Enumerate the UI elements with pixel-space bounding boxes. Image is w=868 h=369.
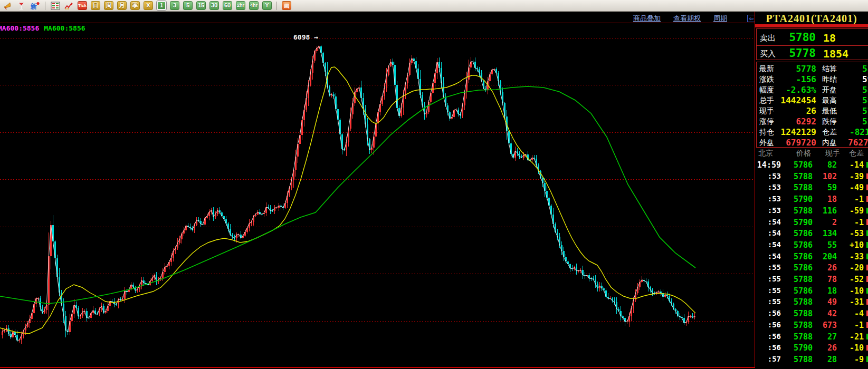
tick-time: :54: [768, 240, 781, 249]
price-value: 5778: [789, 47, 816, 60]
chart-top-links: 商品叠加查看期权周期⇦⇨◫: [633, 14, 773, 23]
stats-row: 总手1442454最高58: [757, 95, 868, 106]
period-year[interactable]: Y: [262, 1, 272, 10]
tick-row[interactable]: :56578827-21: [755, 332, 868, 342]
stats-row: 涨停6292跌停55: [757, 116, 868, 127]
tick-price: 5788: [794, 321, 813, 330]
tick-row[interactable]: :55578626-20: [755, 263, 868, 273]
tick-time: :55: [768, 286, 781, 295]
tick-time: :55: [768, 297, 781, 306]
tick-price: 5788: [794, 297, 813, 307]
tick-price: 5788: [794, 183, 813, 192]
filter-icon[interactable]: [16, 1, 26, 11]
stat-value: 59: [862, 74, 868, 84]
tick-row[interactable]: :55578878-52: [755, 274, 868, 285]
tick-time: 14:59: [757, 160, 781, 170]
ma-label-0: MA600:5856: [0, 24, 39, 32]
stats-row: 涨跌-156昨结59: [757, 74, 868, 85]
tick-volume: 18: [827, 195, 837, 204]
ask-row[interactable]: 卖出578018: [757, 31, 868, 45]
prev-contract-icon[interactable]: ⇦: [747, 15, 755, 22]
tick-price: 5790: [794, 218, 813, 227]
link-view-options[interactable]: 查看期权: [673, 14, 701, 23]
period-1min[interactable]: 1: [157, 1, 166, 10]
tick-volume: 55: [827, 240, 837, 250]
bid-row[interactable]: 买入57781854: [757, 46, 868, 61]
toolbar-separator: [276, 2, 277, 10]
tick-row[interactable]: :55578849-31: [755, 297, 868, 307]
trend-chart-icon[interactable]: [64, 1, 74, 11]
tick-volume: 2: [832, 218, 837, 227]
stat-value: 55: [862, 116, 868, 127]
stat-value: 679720: [780, 138, 816, 148]
tick-row[interactable]: 14:59578682-14: [755, 160, 868, 170]
link-period-menu[interactable]: 周期: [713, 14, 727, 23]
tick-price: 5786: [794, 263, 813, 273]
tick-oi-diff: -14: [850, 160, 864, 170]
tick-row[interactable]: :535788102-39: [755, 171, 868, 182]
period-day[interactable]: 日: [91, 1, 100, 10]
quote-board-icon[interactable]: [50, 1, 60, 11]
tick-oi-diff: -1: [854, 218, 864, 227]
tick-price: 5786: [794, 286, 813, 296]
link-overlay-commodity[interactable]: 商品叠加: [633, 14, 661, 23]
tick-row[interactable]: :56578842-4: [755, 308, 868, 319]
stats-box: 最新5778结算58涨跌-156昨结59幅度-2.63%开盘58总手144245…: [756, 62, 868, 148]
stats-row: 最新5778结算58: [757, 64, 868, 74]
tick-row[interactable]: :56579026-10: [755, 343, 868, 353]
tick-oi-diff: -1: [854, 321, 864, 330]
draw-tool[interactable]: 画: [282, 1, 291, 10]
period-5min[interactable]: 5: [183, 1, 193, 10]
side-label: 买入: [760, 49, 776, 59]
tick-row[interactable]: :5457902-1: [755, 217, 868, 228]
tick-row[interactable]: :535788116-59: [755, 206, 868, 216]
stat-label: 涨跌: [759, 75, 774, 84]
period-month[interactable]: 月: [117, 1, 127, 10]
whats-new-icon[interactable]: 新: [30, 1, 40, 11]
period-4hr[interactable]: 4hr: [249, 1, 259, 10]
tick-row[interactable]: :57578828-9: [755, 354, 868, 365]
tick-row[interactable]: :54578655+10: [755, 240, 868, 250]
period-week[interactable]: 周: [104, 1, 113, 10]
tick-time: :53: [768, 206, 781, 215]
stats-row: 现手26最低57: [757, 106, 868, 116]
tick-time: :53: [768, 172, 781, 180]
price-value: 5780: [789, 31, 816, 44]
period-30min[interactable]: 30: [209, 1, 219, 10]
alert-horn-icon[interactable]: [3, 1, 13, 11]
period-3min[interactable]: 3: [170, 1, 179, 10]
period-tick[interactable]: Tick: [78, 1, 87, 10]
tick-row[interactable]: :55578618-10: [755, 286, 868, 296]
tick-volume: 26: [827, 263, 837, 273]
tick-row[interactable]: :565788673-1: [755, 320, 868, 331]
size-value: 18: [823, 32, 836, 44]
tick-row[interactable]: :53578859-49: [755, 182, 868, 193]
period-60min[interactable]: 60: [223, 1, 232, 10]
period-15min[interactable]: 15: [196, 1, 206, 10]
tick-oi-diff: -20: [850, 263, 864, 273]
tick-price: 5786: [794, 252, 813, 261]
tick-volume: 18: [827, 286, 837, 296]
tick-row[interactable]: :53579018-1: [755, 194, 868, 205]
tick-volume: 42: [827, 309, 837, 318]
tick-volume: 28: [827, 355, 837, 364]
peak-arrow-icon: →: [314, 33, 318, 41]
stat-value: 5778: [780, 64, 816, 74]
period-2hr[interactable]: 2hr: [236, 1, 245, 10]
stat-label: 外盘: [759, 138, 774, 148]
tick-row[interactable]: :545786134-53: [755, 228, 868, 239]
tick-time: :54: [768, 218, 781, 226]
period-custom[interactable]: X: [144, 1, 153, 10]
stat-value: 58: [862, 85, 868, 95]
bid-ask-box: 卖出578018买入57781854: [756, 28, 868, 60]
tick-oi-diff: -9: [854, 355, 864, 364]
title-underline-band: [755, 24, 868, 27]
period-quarter[interactable]: 季: [130, 1, 140, 10]
tick-price: 5788: [794, 172, 813, 181]
tick-volume: 116: [823, 206, 837, 216]
candlestick-chart[interactable]: [0, 0, 755, 369]
tick-row[interactable]: :545786204-33: [755, 251, 868, 262]
stat-value: 1242129: [780, 127, 816, 137]
tick-volume: 673: [823, 321, 837, 330]
stat-value: -156: [780, 74, 816, 84]
